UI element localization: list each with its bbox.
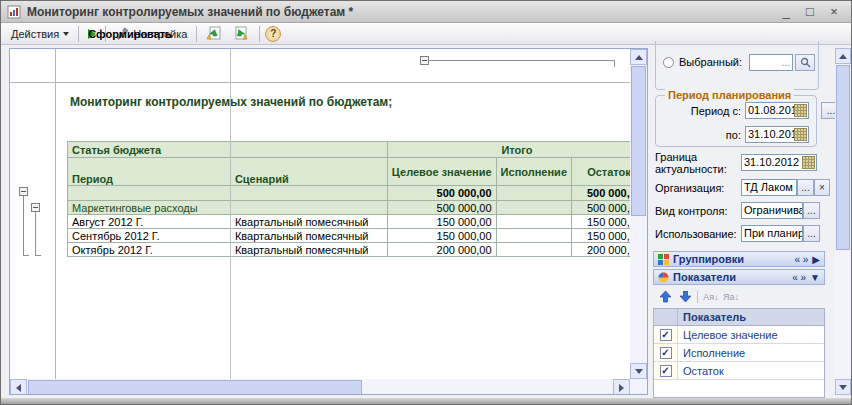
- scroll-up-button[interactable]: [630, 49, 647, 65]
- usage-field[interactable]: При планиров: [741, 225, 803, 242]
- list-item[interactable]: ✓ Целевое значение: [654, 326, 824, 344]
- actuality-label: Граница актуальности:: [655, 151, 737, 175]
- search-button[interactable]: [795, 54, 815, 71]
- column-group-line: [429, 60, 614, 61]
- expand-right-icon[interactable]: ▶: [812, 254, 820, 265]
- sort-desc-icon: Яа↓: [723, 292, 739, 302]
- maximize-button[interactable]: □: [803, 5, 817, 19]
- col-header-period[interactable]: Период: [68, 158, 231, 186]
- groupings-section-bar[interactable]: Группировки « » ▶: [653, 251, 825, 267]
- panel-scroll-up-button[interactable]: [835, 48, 851, 64]
- checkbox[interactable]: ✓: [660, 365, 672, 377]
- execution-cell[interactable]: [496, 215, 571, 229]
- scroll-right-button[interactable]: [613, 379, 630, 395]
- sort-descending-button[interactable]: Яа↓: [723, 289, 739, 305]
- group-execution-cell[interactable]: [496, 201, 571, 215]
- col-header-target[interactable]: Целевое значение: [387, 158, 496, 186]
- usage-choose-button[interactable]: ...: [803, 225, 820, 242]
- control-kind-label: Вид контроля:: [655, 205, 728, 217]
- calendar-icon[interactable]: [794, 104, 807, 117]
- execution-cell[interactable]: [496, 243, 571, 257]
- row-group-collapse-box[interactable]: [19, 187, 28, 196]
- move-up-button[interactable]: [657, 289, 673, 305]
- total-empty-cell[interactable]: [68, 186, 388, 201]
- restore-values-button[interactable]: [200, 24, 228, 43]
- help-button[interactable]: ?: [265, 26, 281, 42]
- col-header-article[interactable]: Статья бюджета: [68, 142, 388, 158]
- period-to-label: по:: [659, 129, 741, 141]
- arrow-right-icon: [619, 384, 624, 392]
- checkbox[interactable]: ✓: [660, 329, 672, 341]
- minimize-button[interactable]: _: [779, 5, 793, 19]
- indicator-label[interactable]: Исполнение: [678, 344, 824, 361]
- scenario-cell[interactable]: Квартальный помесячный: [230, 229, 387, 243]
- period-cell[interactable]: Сентябрь 2012 Г.: [68, 229, 231, 243]
- period-cell[interactable]: Октябрь 2012 Г.: [68, 243, 231, 257]
- control-kind-choose-button[interactable]: ...: [803, 202, 820, 219]
- indicators-section-bar[interactable]: Показатели « » ▼: [653, 269, 825, 285]
- organization-choose-button[interactable]: ...: [797, 179, 814, 196]
- calendar-icon[interactable]: [794, 128, 807, 141]
- hscroll-thumb[interactable]: [28, 380, 362, 395]
- vscroll-thumb[interactable]: [631, 66, 646, 216]
- control-kind-field[interactable]: Ограничиваю: [741, 202, 803, 219]
- target-cell[interactable]: 200 000,00: [387, 243, 496, 257]
- list-item[interactable]: ✓ Исполнение: [654, 344, 824, 362]
- toolbar-separator: [78, 26, 79, 42]
- scenario-cell[interactable]: Квартальный помесячный: [230, 215, 387, 229]
- chevrons-buttons[interactable]: « »: [794, 254, 808, 265]
- total-target-cell[interactable]: 500 000,00: [387, 186, 496, 201]
- toolbar-separator: [697, 291, 698, 303]
- selected-radio[interactable]: [663, 57, 674, 68]
- col-header-execution[interactable]: Исполнение: [496, 158, 571, 186]
- toolbar-separator: [196, 26, 197, 42]
- chevrons-buttons[interactable]: « »: [792, 272, 806, 283]
- choose-dots[interactable]: ...: [782, 56, 790, 69]
- list-item[interactable]: ✓ Остаток: [654, 362, 824, 380]
- generate-button[interactable]: Сформировать: [82, 27, 102, 41]
- close-button[interactable]: ×: [827, 5, 841, 19]
- col-header-scenario[interactable]: Сценарий: [230, 158, 387, 186]
- period-cell[interactable]: Август 2012 Г.: [68, 215, 231, 229]
- control-kind-value: Ограничиваю: [744, 204, 803, 216]
- scroll-left-button[interactable]: [10, 379, 27, 395]
- group-label-cell[interactable]: Маркетинговые расходы: [68, 201, 388, 215]
- col-header-total[interactable]: Итого: [387, 142, 646, 158]
- planning-period-title: Период планирования: [665, 89, 794, 101]
- target-cell[interactable]: 150 000,00: [387, 215, 496, 229]
- checkbox[interactable]: ✓: [660, 347, 672, 359]
- scroll-down-button[interactable]: [630, 363, 647, 379]
- selected-value-field[interactable]: ...: [749, 54, 793, 71]
- row-group-collapse-box[interactable]: [31, 203, 40, 212]
- indicator-label[interactable]: Остаток: [678, 362, 824, 379]
- indicator-label[interactable]: Целевое значение: [678, 326, 824, 343]
- panel-scroll-down-button[interactable]: [835, 379, 851, 395]
- toolbar-separator: [259, 26, 260, 42]
- actuality-field[interactable]: 31.10.2012 0: [741, 154, 817, 171]
- column-group-collapse-box[interactable]: [420, 56, 429, 65]
- execution-cell[interactable]: [496, 229, 571, 243]
- app-window: Мониторинг контролируемых значений по бю…: [0, 0, 852, 405]
- period-from-field[interactable]: 01.08.2012: [745, 102, 809, 119]
- organization-field[interactable]: ТД Лаком: [741, 179, 797, 196]
- organization-clear-button[interactable]: ×: [814, 179, 830, 196]
- ellipsis-label: ...: [807, 228, 815, 239]
- period-to-field[interactable]: 31.10.2012: [745, 126, 809, 143]
- document-arrow-left-icon: [206, 26, 222, 41]
- group-target-cell[interactable]: 500 000,00: [387, 201, 496, 215]
- arrow-up-icon: [660, 291, 671, 303]
- move-down-button[interactable]: [677, 289, 693, 305]
- total-execution-cell[interactable]: [496, 186, 571, 201]
- organization-label: Организация:: [655, 182, 724, 194]
- sort-ascending-button[interactable]: Ая↓: [703, 289, 719, 305]
- save-values-button[interactable]: [228, 24, 256, 43]
- table-header-row: Статья бюджета Итого: [68, 142, 647, 158]
- panel-vscroll-thumb[interactable]: [836, 65, 850, 250]
- actions-button[interactable]: Действия: [5, 26, 75, 42]
- calendar-icon[interactable]: [802, 156, 815, 169]
- scenario-cell[interactable]: Квартальный помесячный: [230, 243, 387, 257]
- target-cell[interactable]: 150 000,00: [387, 229, 496, 243]
- expand-down-icon[interactable]: ▼: [810, 272, 820, 283]
- column-group-tick: [614, 60, 615, 67]
- row-group-tick: [23, 255, 29, 256]
